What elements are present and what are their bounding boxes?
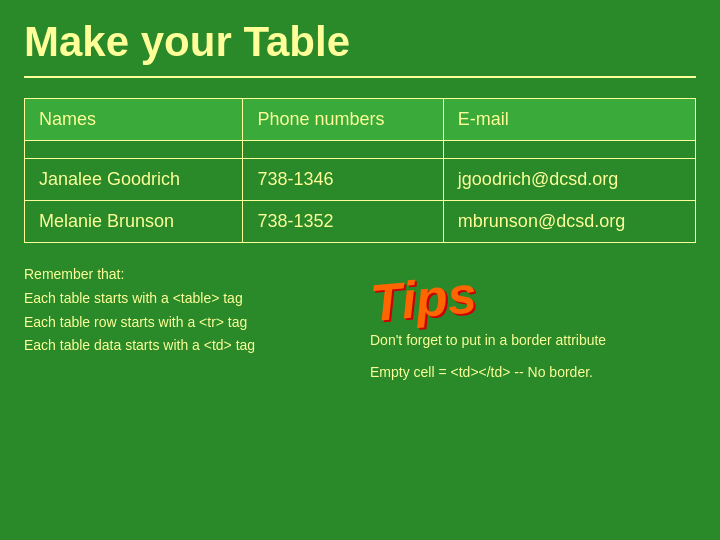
row2-name: Melanie Brunson [25,201,243,243]
tips-line-2: Each table row starts with a <tr> tag [24,314,247,330]
row1-name: Janalee Goodrich [25,159,243,201]
row2-email: mbrunson@dcsd.org [443,201,695,243]
header-cell-email: E-mail [443,99,695,141]
table-row: Janalee Goodrich 738-1346 jgoodrich@dcsd… [25,159,696,201]
table-row: Melanie Brunson 738-1352 mbrunson@dcsd.o… [25,201,696,243]
header-cell-names: Names [25,99,243,141]
tips-right-section: Tips Don't forget to put in a border att… [370,263,696,384]
tips-right-line-1: Empty cell = <td></td> -- No border. [370,361,696,383]
table-header-row: Names Phone numbers E-mail [25,99,696,141]
tips-logo: Tips [368,249,697,329]
tips-right-line-0: Don't forget to put in a border attribut… [370,329,696,351]
row1-phone: 738-1346 [243,159,443,201]
header-cell-phone: Phone numbers [243,99,443,141]
table-container: Names Phone numbers E-mail Janalee Goodr… [24,98,696,243]
empty-row [25,141,696,159]
tips-line-0: Remember that: [24,266,124,282]
tips-line-3: Each table data starts with a <td> tag [24,337,255,353]
row1-email: jgoodrich@dcsd.org [443,159,695,201]
page-title: Make your Table [0,0,720,76]
row2-phone: 738-1352 [243,201,443,243]
divider [24,76,696,78]
main-table: Names Phone numbers E-mail Janalee Goodr… [24,98,696,243]
tips-left-text: Remember that: Each table starts with a … [24,263,350,384]
tips-line-1: Each table starts with a <table> tag [24,290,243,306]
bottom-section: Remember that: Each table starts with a … [24,263,696,384]
